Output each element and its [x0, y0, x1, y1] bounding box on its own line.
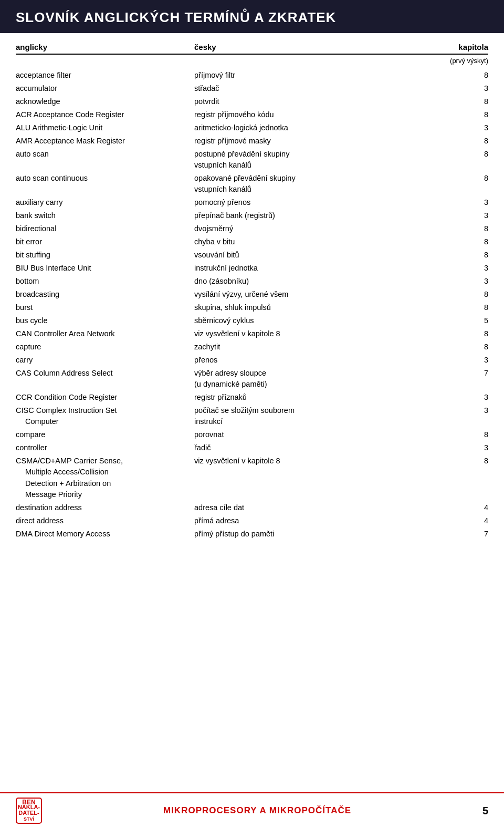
cell-english: acknowledge — [16, 95, 194, 108]
cell-czech: potvrdit — [194, 95, 457, 108]
cell-chapter: 4 — [457, 501, 488, 514]
cell-czech: adresa cíle dat — [194, 501, 457, 514]
cell-chapter: 4 — [457, 514, 488, 527]
cell-chapter: 7 — [457, 527, 488, 541]
table-row: direct addresspřímá adresa4 — [16, 514, 488, 527]
table-row: capturezachytit8 — [16, 340, 488, 354]
cell-chapter: 7 — [457, 367, 488, 391]
table-row: auto scanpostupné převádění skupinyvstup… — [16, 148, 488, 172]
cell-chapter: 8 — [457, 235, 488, 249]
sub-headers: (prvý výskyt) — [16, 57, 488, 65]
cell-czech: vysílání výzvy, určené všem — [194, 288, 457, 301]
table-row: bit errorchyba v bitu8 — [16, 235, 488, 249]
cell-czech: skupina, shluk impulsů — [194, 301, 457, 314]
table-row: bus cyclesběrnicový cyklus5 — [16, 314, 488, 327]
cell-english: direct address — [16, 514, 194, 527]
cell-chapter: 8 — [457, 288, 488, 301]
cell-english: broadcasting — [16, 288, 194, 301]
col-header-english: anglicky — [16, 43, 194, 51]
cell-chapter: 3 — [457, 441, 488, 454]
cell-chapter: 8 — [457, 69, 488, 82]
table-row: DMA Direct Memory Accesspřímý přístup do… — [16, 527, 488, 541]
cell-english: bank switch — [16, 209, 194, 222]
cell-chapter: 3 — [457, 354, 488, 367]
table-row: auxiliary carrypomocný přenos3 — [16, 196, 488, 209]
svg-text:BEN: BEN — [22, 799, 35, 806]
cell-czech: registr příjmového kódu — [194, 108, 457, 121]
cell-czech: pomocný přenos — [194, 196, 457, 209]
cell-chapter: 8 — [457, 454, 488, 501]
glossary-table: acceptance filterpříjmový filtr8accumula… — [16, 69, 488, 541]
cell-chapter: 3 — [457, 121, 488, 134]
table-row: AMR Acceptance Mask Registerregistr příj… — [16, 134, 488, 148]
cell-chapter: 3 — [457, 196, 488, 209]
cell-chapter: 8 — [457, 134, 488, 148]
cell-czech: přenos — [194, 354, 457, 367]
cell-chapter: 3 — [457, 209, 488, 222]
cell-czech: instrukční jednotka — [194, 262, 457, 275]
cell-czech: chyba v bitu — [194, 235, 457, 249]
cell-chapter: 8 — [457, 340, 488, 354]
cell-chapter: 8 — [457, 108, 488, 121]
table-row: CAS Column Address Selectvýběr adresy sl… — [16, 367, 488, 391]
page-header: SLOVNÍK ANGLICKÝCH TERMÍNŮ A ZKRATEK — [0, 0, 504, 33]
cell-chapter: 3 — [457, 404, 488, 428]
column-headers: anglicky česky kapitola — [16, 43, 488, 55]
table-row: CSMA/CD+AMP Carrier Sense, Multiple Acce… — [16, 454, 488, 501]
cell-czech: viz vysvětlení v kapitole 8 — [194, 454, 457, 501]
cell-english: burst — [16, 301, 194, 314]
table-row: CCR Condition Code Registerregistr přízn… — [16, 391, 488, 404]
cell-english: auto scan continuous — [16, 172, 194, 196]
cell-czech: zachytit — [194, 340, 457, 354]
cell-czech: viz vysvětlení v kapitole 8 — [194, 327, 457, 340]
table-row: acknowledgepotvrdit8 — [16, 95, 488, 108]
cell-english: bit error — [16, 235, 194, 249]
cell-english: CCR Condition Code Register — [16, 391, 194, 404]
table-row: bit stuffingvsouvání bitů8 — [16, 249, 488, 262]
table-row: BIU Bus Interface Unitinstrukční jednotk… — [16, 262, 488, 275]
cell-english: CAN Controller Area Network — [16, 327, 194, 340]
cell-english: CISC Complex Instruction Set Computer — [16, 404, 194, 428]
cell-czech: dno (zásobníku) — [194, 275, 457, 288]
svg-text:STVÍ: STVÍ — [24, 816, 35, 822]
cell-english: auto scan — [16, 148, 194, 172]
cell-chapter: 8 — [457, 428, 488, 441]
cell-czech: počítač se složitým souboreminstrukcí — [194, 404, 457, 428]
cell-chapter: 8 — [457, 222, 488, 235]
sub-header-empty2 — [194, 57, 425, 65]
cell-chapter: 3 — [457, 275, 488, 288]
cell-chapter: 8 — [457, 95, 488, 108]
table-row: ACR Acceptance Code Registerregistr příj… — [16, 108, 488, 121]
cell-czech: přepínač bank (registrů) — [194, 209, 457, 222]
table-row: broadcastingvysílání výzvy, určené všem8 — [16, 288, 488, 301]
page-footer: NAKLA- DATEL- STVÍ BEN MIKROPROCESORY A … — [0, 792, 504, 828]
page: SLOVNÍK ANGLICKÝCH TERMÍNŮ A ZKRATEK ang… — [0, 0, 504, 828]
table-row: carrypřenos3 — [16, 354, 488, 367]
cell-english: bottom — [16, 275, 194, 288]
cell-english: capture — [16, 340, 194, 354]
cell-chapter: 8 — [457, 301, 488, 314]
table-row: CISC Complex Instruction Set Computerpoč… — [16, 404, 488, 428]
cell-english: controller — [16, 441, 194, 454]
cell-english: AMR Acceptance Mask Register — [16, 134, 194, 148]
cell-czech: vsouvání bitů — [194, 249, 457, 262]
cell-english: bus cycle — [16, 314, 194, 327]
table-row: bidirectionaldvojsměrný8 — [16, 222, 488, 235]
cell-english: CAS Column Address Select — [16, 367, 194, 391]
cell-chapter: 3 — [457, 391, 488, 404]
content-area: anglicky česky kapitola (prvý výskyt) ac… — [0, 33, 504, 541]
cell-czech: střadač — [194, 82, 457, 95]
cell-czech: registr příjmové masky — [194, 134, 457, 148]
cell-english: bit stuffing — [16, 249, 194, 262]
cell-chapter: 5 — [457, 314, 488, 327]
sub-header-empty — [16, 57, 194, 65]
svg-text:DATEL-: DATEL- — [18, 810, 39, 816]
cell-czech: přímý přístup do paměti — [194, 527, 457, 541]
cell-english: destination address — [16, 501, 194, 514]
cell-chapter: 8 — [457, 172, 488, 196]
table-row: CAN Controller Area Networkviz vysvětlen… — [16, 327, 488, 340]
table-row: ALU Arithmetic-Logic Unitaritmeticko-log… — [16, 121, 488, 134]
cell-english: ACR Acceptance Code Register — [16, 108, 194, 121]
cell-czech: řadič — [194, 441, 457, 454]
cell-czech: výběr adresy sloupce(u dynamické paměti) — [194, 367, 457, 391]
